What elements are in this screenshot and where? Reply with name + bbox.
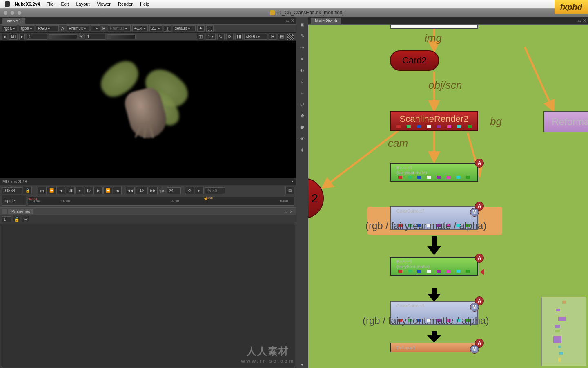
step-size[interactable]: 10 xyxy=(136,187,148,194)
tool-time-icon[interactable]: ◷ xyxy=(298,43,306,51)
pane-float-icon[interactable]: ▱ xyxy=(286,18,289,23)
tool-views-icon[interactable]: 👁 xyxy=(298,135,306,142)
y-value[interactable]: 1 xyxy=(85,34,105,40)
node-reformat[interactable]: Reformat xyxy=(543,111,588,132)
node-defocus1[interactable]: Defocus1 xyxy=(390,343,478,352)
close-window-icon[interactable] xyxy=(3,11,8,15)
prev-key-icon[interactable]: ⏪ xyxy=(47,187,56,194)
ng-float-icon[interactable]: ▱ xyxy=(578,18,581,23)
node-bezier8[interactable]: Bezier8 (fairyrear.mate) xyxy=(390,163,478,182)
status-dropdown-icon[interactable] xyxy=(291,181,294,182)
clip-icon[interactable]: ◫ xyxy=(197,34,204,40)
node-scanlinerender2[interactable]: ScanlineRender2 xyxy=(390,111,478,131)
tool-color-icon[interactable]: ◐ xyxy=(298,66,306,74)
timeline-ruler[interactable]: 94184 94284 94300 94350 94400 94368 xyxy=(28,197,294,206)
props-clear-icon[interactable]: ✂ xyxy=(22,216,29,222)
channel-select-2[interactable]: rgba xyxy=(19,25,34,31)
skip-fwd-icon[interactable]: ▶▶ xyxy=(149,187,158,194)
gamma-slider[interactable] xyxy=(107,34,136,39)
props-float-icon[interactable]: ▱ xyxy=(285,209,288,214)
refresh-icon[interactable]: ↻ xyxy=(217,34,225,40)
channel-select-1[interactable]: rgba xyxy=(2,25,17,31)
menu-edit[interactable]: Edit xyxy=(61,2,69,7)
tool-channel-icon[interactable]: ≡ xyxy=(298,55,306,62)
exposure-slider[interactable] xyxy=(49,34,77,39)
range-input[interactable] xyxy=(205,187,225,194)
fps-input[interactable] xyxy=(167,187,181,194)
frame-fwd-icon[interactable]: ▮▷ xyxy=(85,187,94,194)
playhead-icon[interactable] xyxy=(204,198,208,200)
tool-3d-icon[interactable]: ⬢ xyxy=(298,123,306,131)
timeline-input-select[interactable]: Input xyxy=(2,195,26,206)
stop-icon[interactable]: ■ xyxy=(75,187,84,194)
lut-select[interactable]: default xyxy=(173,25,196,31)
tool-transform-icon[interactable]: ✥ xyxy=(298,112,306,119)
lock-frame-icon[interactable]: 🔒 xyxy=(23,187,32,194)
node-top-partial[interactable] xyxy=(390,25,478,29)
prev-icon[interactable]: ◂ xyxy=(2,34,7,40)
frame-back-icon[interactable]: ◁▮ xyxy=(66,187,75,194)
blend-select[interactable]: - xyxy=(91,25,100,31)
ng-close-icon[interactable]: ✕ xyxy=(583,18,586,23)
colorspace-select[interactable]: sRGB xyxy=(244,34,267,40)
minimize-window-icon[interactable] xyxy=(10,11,15,15)
menu-help[interactable]: Help xyxy=(140,2,149,7)
apple-menu-icon[interactable] xyxy=(5,1,10,7)
snap-icon[interactable]: ✦ xyxy=(197,25,205,32)
gain-select[interactable]: +1.4 xyxy=(132,25,148,31)
badge-m-icon: M xyxy=(470,303,479,312)
step-back-icon[interactable]: ◀ xyxy=(56,187,65,194)
tool-merge-icon[interactable]: ⬡ xyxy=(298,101,306,108)
props-count[interactable]: 1 xyxy=(2,216,11,222)
goto-end-icon[interactable]: ⏭ xyxy=(113,187,122,194)
skip-back-icon[interactable]: ◀◀ xyxy=(126,187,135,194)
hist-icon[interactable]: ▤ xyxy=(278,34,285,40)
goto-start-icon[interactable]: ⏮ xyxy=(38,187,47,194)
fstop-value[interactable]: 1 xyxy=(27,34,47,40)
viewer-tool-icon-1[interactable]: ◫ xyxy=(164,25,171,32)
nodegraph-tab[interactable]: Node Graph xyxy=(311,18,341,24)
next-key-icon[interactable]: ⏩ xyxy=(103,187,112,194)
fstop-button[interactable]: f/8 xyxy=(9,34,18,40)
current-frame-input[interactable] xyxy=(2,187,22,194)
props-handle-icon[interactable] xyxy=(2,209,7,214)
props-lock-icon[interactable]: 🔓 xyxy=(13,216,20,222)
tool-collapse-icon[interactable]: ▾ xyxy=(298,361,306,368)
menu-layout[interactable]: Layout xyxy=(76,2,89,7)
ip-button[interactable]: IP xyxy=(269,34,276,40)
tool-other-icon[interactable]: ❖ xyxy=(298,146,306,154)
stripe-icon[interactable] xyxy=(287,34,294,40)
dimension-select[interactable]: 2D xyxy=(149,25,162,31)
play-range-icon[interactable]: ▶ xyxy=(195,187,204,194)
zoom-fit-icon[interactable]: ⛶ xyxy=(206,25,214,32)
node-partial-left[interactable]: 2 xyxy=(308,178,324,219)
layer-select[interactable]: RGB xyxy=(36,25,59,31)
viewer-tab[interactable]: Viewer1 xyxy=(2,18,25,24)
next-icon[interactable]: ▸ xyxy=(19,34,25,40)
premult-a-select[interactable]: Premult xyxy=(67,25,89,31)
timeline-menu-icon[interactable]: ▤ xyxy=(285,187,294,194)
pane-close-icon[interactable]: ✕ xyxy=(291,18,294,23)
props-close-icon[interactable]: ✕ xyxy=(290,209,293,214)
viewer-display[interactable] xyxy=(0,41,296,178)
reload-icon[interactable]: ⟳ xyxy=(226,34,234,40)
loop-mode-icon[interactable]: ⟲ xyxy=(185,187,194,194)
menu-render[interactable]: Render xyxy=(118,2,133,7)
zoom-window-icon[interactable] xyxy=(17,11,22,15)
app-name[interactable]: NukeX6.2v4 xyxy=(15,2,40,7)
node-graph-canvas[interactable]: img obj/scn cam bg Card2 ScanlineRender2… xyxy=(308,25,588,368)
node-bezier9[interactable]: Bezier9 (fairyfront.matte) xyxy=(390,257,478,276)
play-icon[interactable]: ▶ xyxy=(94,187,103,194)
tool-image-icon[interactable]: ▣ xyxy=(298,20,306,28)
node-card2[interactable]: Card2 xyxy=(390,50,439,71)
tool-draw-icon[interactable]: ✎ xyxy=(298,32,306,39)
tool-filter-icon[interactable]: ○ xyxy=(298,78,306,85)
properties-tab[interactable]: Properties xyxy=(8,209,33,214)
minimap[interactable] xyxy=(541,297,586,366)
menu-viewer[interactable]: Viewer xyxy=(97,2,111,7)
pause-icon[interactable]: ▮▮ xyxy=(235,34,243,40)
menu-file[interactable]: File xyxy=(47,2,54,7)
tool-keyer-icon[interactable]: ↙ xyxy=(298,89,306,96)
premult-b-select[interactable]: Premult xyxy=(108,25,131,31)
clip-value[interactable]: 1 xyxy=(206,34,216,40)
